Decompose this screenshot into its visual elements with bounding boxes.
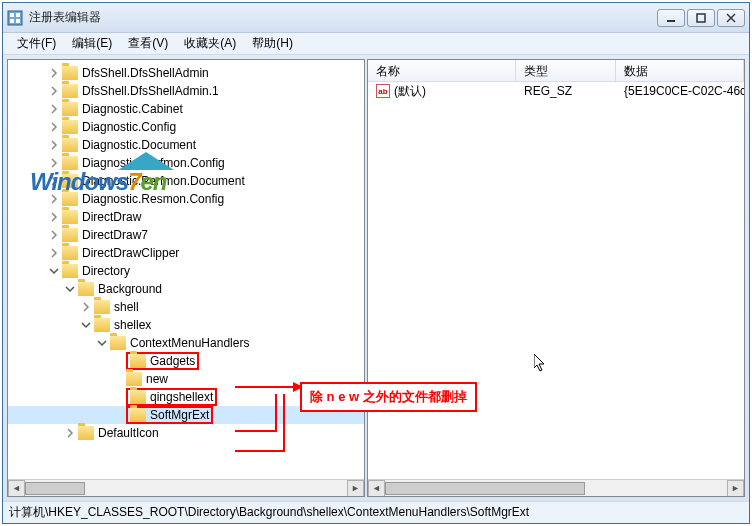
tree-item[interactable]: Diagnostic.Perfmon.Config [8, 154, 364, 172]
list-body[interactable]: ab (默认) REG_SZ {5E19C0CE-C02C-46c2 [368, 82, 744, 479]
col-name[interactable]: 名称 [368, 60, 516, 81]
tree-item[interactable]: qingshellext [8, 388, 364, 406]
svg-rect-1 [10, 13, 14, 17]
list-row[interactable]: ab (默认) REG_SZ {5E19C0CE-C02C-46c2 [368, 82, 744, 100]
content-area: DfsShell.DfsShellAdminDfsShell.DfsShellA… [7, 59, 745, 497]
tree-item-label: Diagnostic.Perfmon.Document [82, 174, 245, 188]
expand-icon[interactable] [80, 301, 92, 313]
collapse-icon[interactable] [64, 283, 76, 295]
expand-icon[interactable] [48, 247, 60, 259]
tree-item[interactable]: Diagnostic.Resmon.Config [8, 190, 364, 208]
expand-icon[interactable] [48, 211, 60, 223]
expand-icon[interactable] [48, 103, 60, 115]
tree-item[interactable]: ContextMenuHandlers [8, 334, 364, 352]
collapse-icon[interactable] [80, 319, 92, 331]
menu-view[interactable]: 查看(V) [120, 33, 176, 54]
tree-item[interactable]: Diagnostic.Document [8, 136, 364, 154]
tree-item-label: Diagnostic.Cabinet [82, 102, 183, 116]
scroll-left-icon[interactable]: ◄ [8, 480, 25, 497]
tree-item-label: Diagnostic.Resmon.Config [82, 192, 224, 206]
tree-item[interactable]: DefaultIcon [8, 424, 364, 442]
tree-item-label: Diagnostic.Perfmon.Config [82, 156, 225, 170]
folder-icon [130, 354, 146, 368]
tree-item[interactable]: shellex [8, 316, 364, 334]
tree-item[interactable]: Gadgets [8, 352, 364, 370]
folder-icon [126, 372, 142, 386]
tree-item[interactable]: DirectDraw7 [8, 226, 364, 244]
menu-favorites[interactable]: 收藏夹(A) [176, 33, 244, 54]
collapse-icon[interactable] [48, 265, 60, 277]
maximize-button[interactable] [687, 9, 715, 27]
folder-icon [78, 282, 94, 296]
scroll-thumb[interactable] [25, 482, 85, 495]
scroll-thumb[interactable] [385, 482, 585, 495]
folder-icon [78, 426, 94, 440]
tree-item[interactable]: new [8, 370, 364, 388]
registry-editor-window: 注册表编辑器 文件(F) 编辑(E) 查看(V) 收藏夹(A) 帮助(H) Df… [2, 2, 750, 524]
window-title: 注册表编辑器 [29, 9, 657, 26]
expand-icon[interactable] [48, 67, 60, 79]
menu-file[interactable]: 文件(F) [9, 33, 64, 54]
annotation-arrow [235, 430, 277, 432]
tree-item-label: DfsShell.DfsShellAdmin [82, 66, 209, 80]
tree-item[interactable]: SoftMgrExt [8, 406, 364, 424]
folder-icon [62, 264, 78, 278]
tree-item[interactable]: DirectDraw [8, 208, 364, 226]
folder-icon [62, 66, 78, 80]
folder-icon [62, 228, 78, 242]
folder-icon [94, 300, 110, 314]
collapse-icon[interactable] [96, 337, 108, 349]
col-data[interactable]: 数据 [616, 60, 744, 81]
tree-item-label: Gadgets [150, 354, 195, 368]
col-type[interactable]: 类型 [516, 60, 616, 81]
titlebar[interactable]: 注册表编辑器 [3, 3, 749, 33]
expand-icon[interactable] [48, 85, 60, 97]
tree-item[interactable]: Diagnostic.Config [8, 118, 364, 136]
tree-item[interactable]: Diagnostic.Cabinet [8, 100, 364, 118]
folder-icon [62, 84, 78, 98]
expand-icon[interactable] [48, 157, 60, 169]
tree-item-label: Background [98, 282, 162, 296]
tree-hscrollbar[interactable]: ◄ ► [8, 479, 364, 496]
scroll-right-icon[interactable]: ► [727, 480, 744, 497]
svg-rect-3 [10, 19, 14, 23]
list-hscrollbar[interactable]: ◄ ► [368, 479, 744, 496]
cell-type: REG_SZ [516, 83, 616, 99]
tree-item-label: Diagnostic.Config [82, 120, 176, 134]
expand-icon[interactable] [48, 229, 60, 241]
expand-icon[interactable] [48, 193, 60, 205]
scroll-right-icon[interactable]: ► [347, 480, 364, 497]
tree-item-label: shell [114, 300, 139, 314]
folder-icon [62, 120, 78, 134]
tree-item[interactable]: Diagnostic.Perfmon.Document [8, 172, 364, 190]
expand-icon[interactable] [48, 121, 60, 133]
folder-icon [62, 138, 78, 152]
menu-help[interactable]: 帮助(H) [244, 33, 301, 54]
folder-icon [130, 408, 146, 422]
tree-item-label: DfsShell.DfsShellAdmin.1 [82, 84, 219, 98]
tree-item[interactable]: DfsShell.DfsShellAdmin.1 [8, 82, 364, 100]
svg-rect-2 [16, 13, 20, 17]
expand-icon[interactable] [64, 427, 76, 439]
menu-edit[interactable]: 编辑(E) [64, 33, 120, 54]
tree-item[interactable]: DfsShell.DfsShellAdmin [8, 64, 364, 82]
tree-item[interactable]: shell [8, 298, 364, 316]
folder-icon [62, 156, 78, 170]
expand-icon[interactable] [48, 139, 60, 151]
cell-name: ab (默认) [368, 82, 516, 101]
tree-item-label: DefaultIcon [98, 426, 159, 440]
tree-item-label: qingshellext [150, 390, 213, 404]
tree-scroll[interactable]: DfsShell.DfsShellAdminDfsShell.DfsShellA… [8, 60, 364, 479]
tree-item[interactable]: DirectDrawClipper [8, 244, 364, 262]
close-button[interactable] [717, 9, 745, 27]
expand-icon[interactable] [48, 175, 60, 187]
tree-item[interactable]: Directory [8, 262, 364, 280]
minimize-button[interactable] [657, 9, 685, 27]
tree-item[interactable]: Background [8, 280, 364, 298]
tree-item-label: DirectDraw [82, 210, 141, 224]
cell-data: {5E19C0CE-C02C-46c2 [616, 83, 744, 99]
folder-icon [62, 102, 78, 116]
scroll-left-icon[interactable]: ◄ [368, 480, 385, 497]
menubar: 文件(F) 编辑(E) 查看(V) 收藏夹(A) 帮助(H) [3, 33, 749, 55]
folder-icon [62, 192, 78, 206]
